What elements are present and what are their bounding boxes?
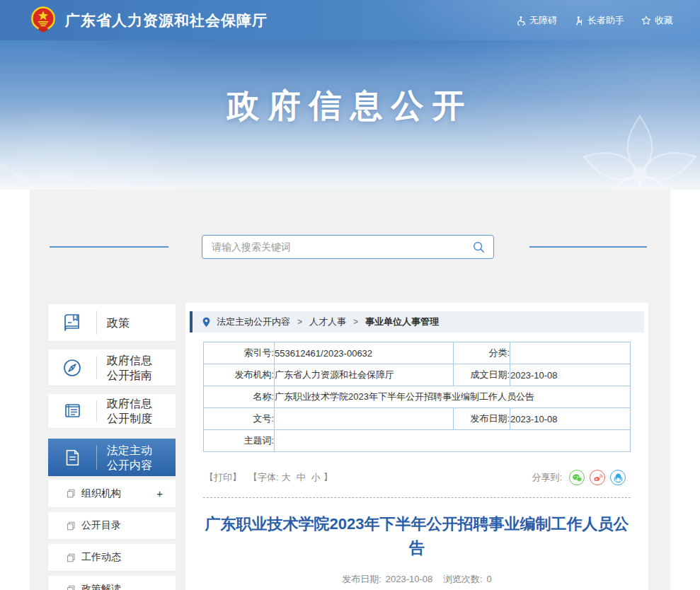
- table-row: 文号: 发布日期: 2023-10-08: [204, 408, 631, 430]
- meta-value: 广东省人力资源和社会保障厅: [275, 364, 454, 386]
- table-row: 名称: 广东职业技术学院2023年下半年公开招聘事业编制工作人员公告: [204, 386, 631, 408]
- sidebar-subitem-policy-interpretation[interactable]: 政策解读: [48, 576, 176, 590]
- doc-meta-table: 索引号: 553612461/2023-00632 分类: 发布机构: 广东省人…: [203, 342, 631, 452]
- star-icon: [641, 16, 651, 25]
- article-title: 广东职业技术学院2023年下半年公开招聘事业编制工作人员公告: [203, 512, 631, 560]
- sidebar-item-label: 政策: [97, 316, 156, 330]
- meta-value: 广东职业技术学院2023年下半年公开招聘事业编制工作人员公告: [275, 386, 631, 408]
- search-box: [202, 235, 494, 259]
- breadcrumb: 法定主动公开内容 > 人才人事 > 事业单位人事管理: [190, 311, 644, 332]
- flower-decoration-small: [0, 132, 78, 190]
- views-value: 0: [487, 574, 492, 584]
- elder-helper-link[interactable]: 长者助手: [574, 14, 624, 27]
- sidebar-subitem-label: 组织机构: [81, 487, 121, 500]
- meta-label: 成文日期:: [454, 364, 510, 386]
- share-label: 分享到:: [532, 471, 562, 484]
- elder-helper-icon: [574, 16, 584, 25]
- banner-title: 政府信息公开: [0, 84, 700, 128]
- sidebar-item-policy[interactable]: 政策: [48, 304, 176, 341]
- top-header: 广东省人力资源和社会保障厅 无障碍 长者助手: [0, 0, 700, 40]
- sidebar-item-system[interactable]: 政府信息公开制度: [48, 394, 176, 428]
- favorite-label: 收藏: [655, 14, 673, 27]
- meta-label: 主题词:: [204, 430, 275, 452]
- pub-date-label: 发布日期:: [342, 574, 381, 584]
- qq-share-button[interactable]: [610, 470, 626, 485]
- accessibility-link[interactable]: 无障碍: [516, 14, 557, 27]
- favorite-link[interactable]: 收藏: [641, 14, 673, 27]
- main-card: 政策 政府信息公开指南: [30, 190, 670, 590]
- pages-icon: [67, 553, 76, 562]
- accessibility-icon: [516, 16, 526, 25]
- document-icon: [48, 448, 96, 468]
- dashed-divider: [203, 497, 631, 498]
- font-size-small[interactable]: 小: [311, 471, 321, 484]
- content-panel: 法定主动公开内容 > 人才人事 > 事业单位人事管理 索引号: 55361246…: [185, 303, 648, 590]
- font-size-medium[interactable]: 中: [297, 471, 306, 484]
- meta-label: 索引号:: [204, 342, 275, 364]
- pages-icon: [67, 489, 76, 498]
- breadcrumb-item[interactable]: 法定主动公开内容: [217, 316, 290, 328]
- sidebar-subitem-label: 工作动态: [81, 551, 121, 564]
- table-row: 发布机构: 广东省人力资源和社会保障厅 成文日期: 2023-10-08: [204, 364, 631, 386]
- breadcrumb-separator: >: [297, 317, 302, 327]
- sidebar-subitem-label: 公开目录: [81, 519, 121, 532]
- meta-value: 553612461/2023-00632: [275, 342, 454, 364]
- meta-label: 分类:: [454, 342, 510, 364]
- search-button[interactable]: [472, 241, 493, 253]
- font-size-large[interactable]: 大: [282, 471, 291, 484]
- wechat-share-button[interactable]: [569, 470, 585, 485]
- meta-value: [510, 342, 631, 364]
- pages-icon: [67, 585, 76, 590]
- share-bar: 分享到:: [532, 470, 626, 485]
- expand-plus-icon[interactable]: +: [156, 487, 163, 499]
- header-links: 无障碍 长者助手 收藏: [516, 0, 673, 40]
- weibo-icon: [592, 473, 603, 482]
- meta-value: [275, 408, 454, 430]
- sidebar-subitem-organization[interactable]: 组织机构 +: [48, 480, 176, 507]
- pages-icon: [67, 521, 76, 531]
- sidebar-subitem-catalog[interactable]: 公开目录: [48, 512, 176, 539]
- meta-value: 2023-10-08: [510, 364, 631, 386]
- page: 广东省人力资源和社会保障厅 无障碍 长者助手: [0, 0, 700, 590]
- decorative-line-right: [529, 246, 647, 248]
- search-input[interactable]: [202, 241, 472, 253]
- sidebar-subitem-work-news[interactable]: 工作动态: [48, 544, 176, 571]
- sidebar-item-label: 政府信息公开制度: [97, 396, 156, 426]
- sidebar-item-guide[interactable]: 政府信息公开指南: [48, 349, 176, 386]
- article-meta: 发布日期:2023-10-08 浏览次数:0: [203, 573, 631, 586]
- site-brand[interactable]: 广东省人力资源和社会保障厅: [30, 0, 268, 40]
- views-label: 浏览次数:: [443, 574, 483, 584]
- weibo-share-button[interactable]: [590, 470, 605, 485]
- site-title: 广东省人力资源和社会保障厅: [65, 11, 268, 30]
- wechat-icon: [572, 473, 583, 482]
- decorative-line-left: [50, 246, 168, 248]
- sidebar-item-label: 法定主动公开内容: [97, 443, 156, 473]
- book-icon: [48, 312, 96, 333]
- breadcrumb-item-current[interactable]: 事业单位人事管理: [365, 316, 439, 328]
- elder-helper-label: 长者助手: [587, 14, 624, 27]
- meta-value: [275, 430, 631, 452]
- search-icon: [472, 241, 485, 253]
- national-emblem-logo: [30, 6, 57, 35]
- breadcrumb-separator: >: [353, 317, 358, 327]
- font-size-open: 【字体:: [248, 471, 279, 484]
- breadcrumb-item[interactable]: 人才人事: [309, 316, 346, 328]
- notebook-icon: [48, 400, 96, 422]
- sidebar-subitem-label: 政策解读: [81, 583, 121, 590]
- pub-date-value: 2023-10-08: [386, 574, 433, 584]
- table-row: 主题词:: [204, 430, 631, 452]
- compass-icon: [48, 357, 96, 378]
- meta-value: 2023-10-08: [510, 408, 631, 430]
- table-row: 索引号: 553612461/2023-00632 分类:: [204, 342, 631, 364]
- sidebar-item-statutory-disclosure[interactable]: 法定主动公开内容: [48, 439, 176, 476]
- meta-label: 文号:: [204, 408, 275, 430]
- qq-icon: [614, 473, 623, 483]
- meta-label: 名称:: [204, 386, 275, 408]
- accessibility-label: 无障碍: [529, 14, 557, 27]
- print-button[interactable]: 【打印】: [205, 471, 241, 484]
- meta-label: 发布日期:: [454, 408, 510, 430]
- article-toolbar: 【打印】 【字体: 大 中 小 】 分享到:: [205, 469, 629, 486]
- banner: 政府信息公开: [0, 40, 700, 190]
- sidebar-item-label: 政府信息公开指南: [97, 353, 156, 383]
- location-pin-icon: [202, 317, 211, 328]
